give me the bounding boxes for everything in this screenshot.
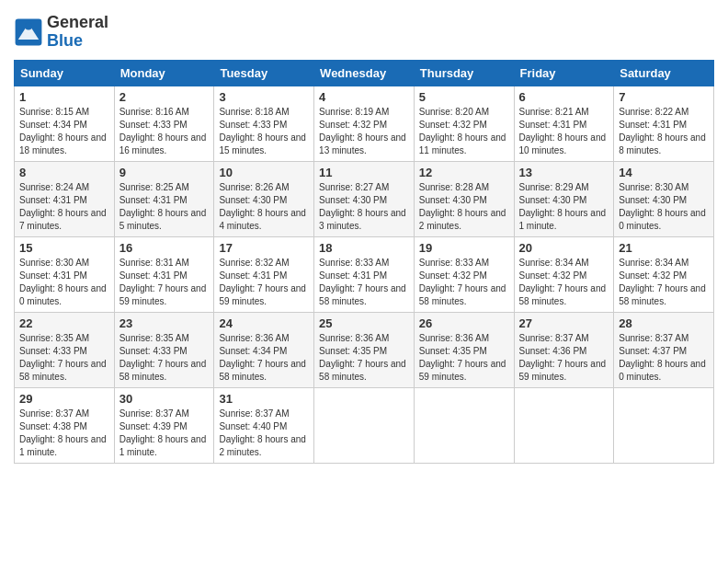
calendar-header-row: SundayMondayTuesdayWednesdayThursdayFrid… xyxy=(15,60,714,86)
calendar-day-cell: 9Sunrise: 8:25 AMSunset: 4:31 PMDaylight… xyxy=(114,161,214,236)
svg-point-2 xyxy=(25,22,32,29)
day-info: Sunrise: 8:36 AMSunset: 4:34 PMDaylight:… xyxy=(219,332,309,384)
calendar-week-row: 22Sunrise: 8:35 AMSunset: 4:33 PMDayligh… xyxy=(15,312,714,387)
calendar-day-cell: 15Sunrise: 8:30 AMSunset: 4:31 PMDayligh… xyxy=(15,236,115,312)
day-number: 8 xyxy=(19,166,109,179)
calendar-week-row: 8Sunrise: 8:24 AMSunset: 4:31 PMDaylight… xyxy=(15,161,714,236)
day-of-week-header: Saturday xyxy=(614,60,714,86)
day-info: Sunrise: 8:28 AMSunset: 4:30 PMDaylight:… xyxy=(419,181,509,233)
calendar-day-cell: 1Sunrise: 8:15 AMSunset: 4:34 PMDaylight… xyxy=(15,86,115,161)
day-number: 23 xyxy=(119,316,210,330)
calendar-week-row: 1Sunrise: 8:15 AMSunset: 4:34 PMDaylight… xyxy=(15,86,714,161)
calendar-day-cell: 20Sunrise: 8:34 AMSunset: 4:32 PMDayligh… xyxy=(514,236,614,312)
day-of-week-header: Sunday xyxy=(15,60,115,86)
day-info: Sunrise: 8:20 AMSunset: 4:32 PMDaylight:… xyxy=(419,106,509,157)
day-info: Sunrise: 8:37 AMSunset: 4:39 PMDaylight:… xyxy=(119,408,210,459)
day-number: 3 xyxy=(219,90,309,104)
day-info: Sunrise: 8:15 AMSunset: 4:34 PMDaylight:… xyxy=(19,106,109,157)
page-header: General Blue xyxy=(14,14,714,51)
day-info: Sunrise: 8:35 AMSunset: 4:33 PMDaylight:… xyxy=(119,332,210,384)
day-info: Sunrise: 8:37 AMSunset: 4:37 PMDaylight:… xyxy=(619,332,709,384)
calendar-table: SundayMondayTuesdayWednesdayThursdayFrid… xyxy=(14,60,714,464)
calendar-day-cell: 11Sunrise: 8:27 AMSunset: 4:30 PMDayligh… xyxy=(314,161,415,236)
calendar-week-row: 29Sunrise: 8:37 AMSunset: 4:38 PMDayligh… xyxy=(15,387,714,463)
calendar-day-cell: 30Sunrise: 8:37 AMSunset: 4:39 PMDayligh… xyxy=(114,387,214,463)
day-number: 2 xyxy=(119,90,210,104)
day-number: 26 xyxy=(419,316,509,330)
calendar-day-cell: 12Sunrise: 8:28 AMSunset: 4:30 PMDayligh… xyxy=(414,161,514,236)
calendar-day-cell: 13Sunrise: 8:29 AMSunset: 4:30 PMDayligh… xyxy=(514,161,614,236)
day-number: 24 xyxy=(219,316,309,330)
day-info: Sunrise: 8:29 AMSunset: 4:30 PMDaylight:… xyxy=(519,181,609,233)
day-number: 30 xyxy=(119,392,210,406)
day-info: Sunrise: 8:34 AMSunset: 4:32 PMDaylight:… xyxy=(619,257,709,308)
day-info: Sunrise: 8:33 AMSunset: 4:31 PMDaylight:… xyxy=(319,257,409,308)
day-info: Sunrise: 8:16 AMSunset: 4:33 PMDaylight:… xyxy=(119,106,210,157)
day-number: 28 xyxy=(619,316,709,330)
day-info: Sunrise: 8:32 AMSunset: 4:31 PMDaylight:… xyxy=(219,257,309,308)
calendar-day-cell: 6Sunrise: 8:21 AMSunset: 4:31 PMDaylight… xyxy=(514,86,614,161)
day-number: 12 xyxy=(419,166,509,179)
day-of-week-header: Wednesday xyxy=(314,60,415,86)
day-info: Sunrise: 8:36 AMSunset: 4:35 PMDaylight:… xyxy=(319,332,409,384)
day-number: 9 xyxy=(119,166,210,179)
calendar-day-cell: 16Sunrise: 8:31 AMSunset: 4:31 PMDayligh… xyxy=(114,236,214,312)
calendar-day-cell: 21Sunrise: 8:34 AMSunset: 4:32 PMDayligh… xyxy=(614,236,714,312)
day-number: 14 xyxy=(619,166,709,179)
calendar-day-cell: 25Sunrise: 8:36 AMSunset: 4:35 PMDayligh… xyxy=(314,312,415,387)
day-info: Sunrise: 8:34 AMSunset: 4:32 PMDaylight:… xyxy=(519,257,609,308)
calendar-day-cell: 26Sunrise: 8:36 AMSunset: 4:35 PMDayligh… xyxy=(414,312,514,387)
day-info: Sunrise: 8:19 AMSunset: 4:32 PMDaylight:… xyxy=(319,106,409,157)
calendar-day-cell: 31Sunrise: 8:37 AMSunset: 4:40 PMDayligh… xyxy=(214,387,314,463)
day-info: Sunrise: 8:37 AMSunset: 4:38 PMDaylight:… xyxy=(19,408,109,459)
day-number: 11 xyxy=(319,166,409,179)
calendar-day-cell xyxy=(414,387,514,463)
day-number: 6 xyxy=(519,90,609,104)
day-number: 17 xyxy=(219,241,309,255)
day-number: 1 xyxy=(19,90,109,104)
day-of-week-header: Friday xyxy=(514,60,614,86)
day-number: 21 xyxy=(619,241,709,255)
calendar-day-cell: 24Sunrise: 8:36 AMSunset: 4:34 PMDayligh… xyxy=(214,312,314,387)
day-info: Sunrise: 8:25 AMSunset: 4:31 PMDaylight:… xyxy=(119,181,210,233)
day-info: Sunrise: 8:22 AMSunset: 4:31 PMDaylight:… xyxy=(619,106,709,157)
calendar-day-cell: 3Sunrise: 8:18 AMSunset: 4:33 PMDaylight… xyxy=(214,86,314,161)
calendar-day-cell: 29Sunrise: 8:37 AMSunset: 4:38 PMDayligh… xyxy=(15,387,115,463)
calendar-day-cell: 19Sunrise: 8:33 AMSunset: 4:32 PMDayligh… xyxy=(414,236,514,312)
day-info: Sunrise: 8:33 AMSunset: 4:32 PMDaylight:… xyxy=(419,257,509,308)
day-info: Sunrise: 8:31 AMSunset: 4:31 PMDaylight:… xyxy=(119,257,210,308)
day-of-week-header: Thursday xyxy=(414,60,514,86)
calendar-day-cell: 17Sunrise: 8:32 AMSunset: 4:31 PMDayligh… xyxy=(214,236,314,312)
day-info: Sunrise: 8:30 AMSunset: 4:30 PMDaylight:… xyxy=(619,181,709,233)
day-of-week-header: Tuesday xyxy=(214,60,314,86)
calendar-day-cell: 18Sunrise: 8:33 AMSunset: 4:31 PMDayligh… xyxy=(314,236,415,312)
day-info: Sunrise: 8:24 AMSunset: 4:31 PMDaylight:… xyxy=(19,181,109,233)
day-info: Sunrise: 8:37 AMSunset: 4:36 PMDaylight:… xyxy=(519,332,609,384)
day-number: 4 xyxy=(319,90,409,104)
logo-icon xyxy=(14,17,43,47)
calendar-day-cell: 23Sunrise: 8:35 AMSunset: 4:33 PMDayligh… xyxy=(114,312,214,387)
logo: General Blue xyxy=(14,14,108,51)
day-number: 31 xyxy=(219,392,309,406)
day-number: 16 xyxy=(119,241,210,255)
calendar-day-cell: 22Sunrise: 8:35 AMSunset: 4:33 PMDayligh… xyxy=(15,312,115,387)
logo-text: General Blue xyxy=(47,14,108,51)
day-number: 10 xyxy=(219,166,309,179)
calendar-week-row: 15Sunrise: 8:30 AMSunset: 4:31 PMDayligh… xyxy=(15,236,714,312)
day-number: 20 xyxy=(519,241,609,255)
day-info: Sunrise: 8:27 AMSunset: 4:30 PMDaylight:… xyxy=(319,181,409,233)
calendar-day-cell: 28Sunrise: 8:37 AMSunset: 4:37 PMDayligh… xyxy=(614,312,714,387)
calendar-day-cell: 8Sunrise: 8:24 AMSunset: 4:31 PMDaylight… xyxy=(15,161,115,236)
day-number: 29 xyxy=(19,392,109,406)
day-number: 19 xyxy=(419,241,509,255)
day-number: 7 xyxy=(619,90,709,104)
calendar-day-cell xyxy=(314,387,415,463)
day-number: 22 xyxy=(19,316,109,330)
day-info: Sunrise: 8:26 AMSunset: 4:30 PMDaylight:… xyxy=(219,181,309,233)
calendar-day-cell: 10Sunrise: 8:26 AMSunset: 4:30 PMDayligh… xyxy=(214,161,314,236)
day-number: 25 xyxy=(319,316,409,330)
day-number: 18 xyxy=(319,241,409,255)
calendar-day-cell: 27Sunrise: 8:37 AMSunset: 4:36 PMDayligh… xyxy=(514,312,614,387)
calendar-day-cell: 7Sunrise: 8:22 AMSunset: 4:31 PMDaylight… xyxy=(614,86,714,161)
day-number: 5 xyxy=(419,90,509,104)
